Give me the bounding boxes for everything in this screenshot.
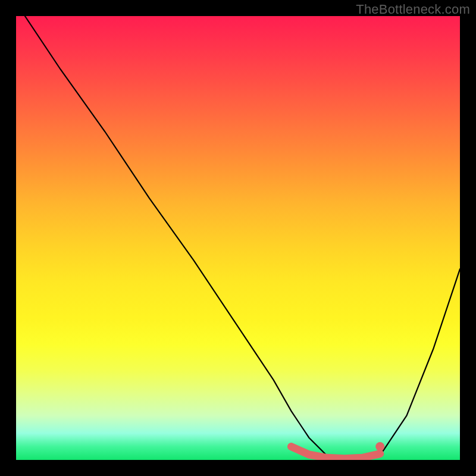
gradient-plot-area <box>16 16 460 460</box>
chart-frame: TheBottleneck.com <box>0 0 476 476</box>
watermark-text: TheBottleneck.com <box>356 2 470 17</box>
